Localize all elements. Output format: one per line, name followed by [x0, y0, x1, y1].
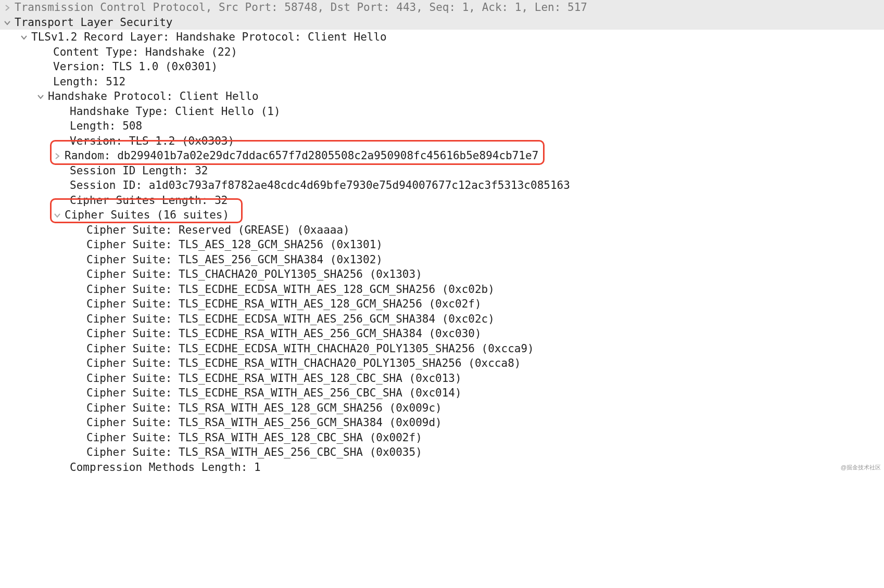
length-record-label: Length: 512	[53, 74, 125, 90]
tree-row-handshake-version[interactable]: Version: TLS 1.2 (0x0303)	[0, 134, 884, 149]
tree-row-cipher-suite[interactable]: Cipher Suite: TLS_ECDHE_RSA_WITH_AES_256…	[0, 326, 884, 341]
version-record-label: Version: TLS 1.0 (0x0301)	[53, 59, 218, 74]
packet-details-pane: Transmission Control Protocol, Src Port:…	[0, 0, 884, 477]
tree-row-cipher-suite[interactable]: Cipher Suite: TLS_AES_128_GCM_SHA256 (0x…	[0, 237, 884, 252]
cipher-suite-label: Cipher Suite: TLS_RSA_WITH_AES_256_CBC_S…	[86, 445, 422, 460]
tree-row-cipher-suites[interactable]: Cipher Suites (16 suites)	[0, 208, 884, 223]
tree-row-handshake-length[interactable]: Length: 508	[0, 119, 884, 134]
chevron-down-icon[interactable]	[3, 15, 11, 30]
tree-row-cipher-suites-length[interactable]: Cipher Suites Length: 32	[0, 193, 884, 208]
tree-row-cipher-suite[interactable]: Cipher Suite: TLS_RSA_WITH_AES_128_CBC_S…	[0, 430, 884, 445]
session-id-label: Session ID: a1d03c793a7f8782ae48cdc4d69b…	[70, 178, 570, 193]
cipher-suites-list: Cipher Suite: Reserved (GREASE) (0xaaaa)…	[0, 223, 884, 460]
tree-row-content-type[interactable]: Content Type: Handshake (22)	[0, 45, 884, 60]
cipher-suite-label: Cipher Suite: TLS_ECDHE_ECDSA_WITH_AES_1…	[86, 282, 495, 297]
cipher-suite-label: Cipher Suite: TLS_RSA_WITH_AES_128_GCM_S…	[86, 401, 442, 416]
content-type-label: Content Type: Handshake (22)	[53, 45, 237, 60]
handshake-type-label: Handshake Type: Client Hello (1)	[70, 104, 281, 119]
cipher-suites-header-label: Cipher Suites (16 suites)	[65, 208, 229, 223]
record-layer-label: TLSv1.2 Record Layer: Handshake Protocol…	[31, 30, 387, 45]
random-label: Random: db299401b7a02e29dc7ddac657f7d280…	[65, 148, 538, 163]
tcp-line: Transmission Control Protocol, Src Port:…	[15, 0, 587, 15]
handshake-length-label: Length: 508	[70, 119, 142, 134]
chevron-down-icon[interactable]	[53, 208, 61, 223]
tree-row-cipher-suite[interactable]: Cipher Suite: TLS_ECDHE_RSA_WITH_AES_128…	[0, 297, 884, 312]
tree-row-cipher-suite[interactable]: Cipher Suite: Reserved (GREASE) (0xaaaa)	[0, 223, 884, 238]
tls-header: Transport Layer Security	[15, 15, 172, 30]
tree-row-tcp[interactable]: Transmission Control Protocol, Src Port:…	[0, 0, 884, 15]
chevron-down-icon[interactable]	[20, 30, 28, 45]
handshake-version-label: Version: TLS 1.2 (0x0303)	[70, 134, 234, 149]
tree-row-session-id[interactable]: Session ID: a1d03c793a7f8782ae48cdc4d69b…	[0, 178, 884, 193]
cipher-suites-length-label: Cipher Suites Length: 32	[70, 193, 228, 208]
tree-row-cipher-suite[interactable]: Cipher Suite: TLS_AES_256_GCM_SHA384 (0x…	[0, 252, 884, 267]
cipher-suite-label: Cipher Suite: TLS_AES_128_GCM_SHA256 (0x…	[86, 237, 383, 252]
cipher-suite-label: Cipher Suite: TLS_AES_256_GCM_SHA384 (0x…	[86, 252, 383, 267]
cipher-suite-label: Cipher Suite: Reserved (GREASE) (0xaaaa)	[86, 223, 350, 238]
tree-row-cipher-suite[interactable]: Cipher Suite: TLS_RSA_WITH_AES_128_GCM_S…	[0, 401, 884, 416]
tree-row-cipher-suite[interactable]: Cipher Suite: TLS_ECDHE_ECDSA_WITH_AES_2…	[0, 312, 884, 327]
cipher-suite-label: Cipher Suite: TLS_ECDHE_RSA_WITH_AES_256…	[86, 386, 462, 401]
session-id-length-label: Session ID Length: 32	[70, 163, 208, 178]
tree-row-compression-methods-length[interactable]: Compression Methods Length: 1	[0, 460, 884, 475]
compression-methods-length-label: Compression Methods Length: 1	[70, 460, 261, 475]
tree-row-cipher-suite[interactable]: Cipher Suite: TLS_RSA_WITH_AES_256_GCM_S…	[0, 415, 884, 430]
tree-row-version-record[interactable]: Version: TLS 1.0 (0x0301)	[0, 59, 884, 74]
handshake-protocol-label: Handshake Protocol: Client Hello	[48, 89, 259, 104]
watermark: @掘金技术社区	[841, 460, 881, 475]
cipher-suite-label: Cipher Suite: TLS_ECDHE_RSA_WITH_AES_256…	[86, 326, 482, 341]
cipher-suite-label: Cipher Suite: TLS_ECDHE_RSA_WITH_CHACHA2…	[86, 356, 521, 371]
tree-row-record-layer[interactable]: TLSv1.2 Record Layer: Handshake Protocol…	[0, 30, 884, 45]
chevron-right-icon[interactable]	[53, 148, 61, 163]
tree-row-cipher-suite[interactable]: Cipher Suite: TLS_CHACHA20_POLY1305_SHA2…	[0, 267, 884, 282]
cipher-suite-label: Cipher Suite: TLS_ECDHE_RSA_WITH_AES_128…	[86, 297, 482, 312]
tree-row-cipher-suite[interactable]: Cipher Suite: TLS_ECDHE_RSA_WITH_AES_128…	[0, 371, 884, 386]
tree-row-tls[interactable]: Transport Layer Security	[0, 15, 884, 30]
tree-row-cipher-suite[interactable]: Cipher Suite: TLS_ECDHE_ECDSA_WITH_CHACH…	[0, 341, 884, 356]
tree-row-handshake-protocol[interactable]: Handshake Protocol: Client Hello	[0, 89, 884, 104]
tree-row-cipher-suite[interactable]: Cipher Suite: TLS_RSA_WITH_AES_256_CBC_S…	[0, 445, 884, 460]
tree-row-cipher-suite[interactable]: Cipher Suite: TLS_ECDHE_ECDSA_WITH_AES_1…	[0, 282, 884, 297]
tree-row-cipher-suite[interactable]: Cipher Suite: TLS_ECDHE_RSA_WITH_AES_256…	[0, 386, 884, 401]
tree-row-cipher-suite[interactable]: Cipher Suite: TLS_ECDHE_RSA_WITH_CHACHA2…	[0, 356, 884, 371]
cipher-suite-label: Cipher Suite: TLS_ECDHE_ECDSA_WITH_AES_2…	[86, 312, 495, 327]
chevron-right-icon[interactable]	[3, 0, 11, 15]
cipher-suite-label: Cipher Suite: TLS_ECDHE_RSA_WITH_AES_128…	[86, 371, 462, 386]
cipher-suite-label: Cipher Suite: TLS_RSA_WITH_AES_128_CBC_S…	[86, 430, 422, 445]
tree-row-session-id-length[interactable]: Session ID Length: 32	[0, 163, 884, 178]
cipher-suite-label: Cipher Suite: TLS_CHACHA20_POLY1305_SHA2…	[86, 267, 422, 282]
tree-row-length-record[interactable]: Length: 512	[0, 74, 884, 90]
tree-row-handshake-type[interactable]: Handshake Type: Client Hello (1)	[0, 104, 884, 119]
cipher-suite-label: Cipher Suite: TLS_ECDHE_ECDSA_WITH_CHACH…	[86, 341, 534, 356]
tree-row-random[interactable]: Random: db299401b7a02e29dc7ddac657f7d280…	[0, 148, 884, 163]
chevron-down-icon[interactable]	[36, 89, 45, 104]
cipher-suite-label: Cipher Suite: TLS_RSA_WITH_AES_256_GCM_S…	[86, 415, 442, 430]
